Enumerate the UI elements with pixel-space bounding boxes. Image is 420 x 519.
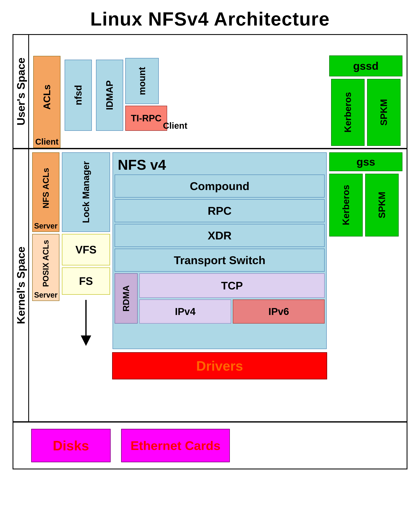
tcp-label: TCP: [221, 279, 243, 292]
kernel-section: Kernel's Space NFS ACLs Server: [13, 148, 407, 421]
gssd-label: gssd: [353, 60, 378, 72]
kernels-space-label: Kernel's Space: [14, 246, 28, 324]
client-label-2: Client: [163, 121, 188, 131]
server-label-1: Server: [34, 222, 58, 230]
rpc-label: RPC: [208, 204, 232, 217]
spkm-kernel-label: SPKM: [377, 192, 387, 218]
lock-manager-label: Lock Manager: [81, 161, 91, 223]
xdr-label: XDR: [208, 229, 232, 242]
svg-marker-1: [81, 336, 91, 346]
nfsd-label: nfsd: [73, 85, 84, 105]
gssd-box: gssd: [329, 55, 402, 76]
tirpc-label: TI-RPC: [131, 113, 162, 123]
idmap-label: IDMAP: [104, 80, 115, 110]
transport-switch-label: Transport Switch: [174, 254, 265, 267]
acls-label: ACLs: [41, 58, 52, 136]
kerberos-kernel-box: Kerberos: [329, 174, 363, 237]
down-arrow-icon: [80, 300, 92, 346]
ethernet-cards-box: Ethernet Cards: [121, 429, 230, 462]
drivers-box: Drivers: [112, 352, 327, 379]
ipv6-box: IPv6: [233, 299, 325, 324]
page-title: Linux NFSv4 Architecture: [0, 0, 420, 34]
vfs-label: VFS: [75, 243, 97, 256]
lock-manager-box: Lock Manager: [62, 152, 110, 232]
vfs-box: VFS: [62, 234, 110, 265]
client-label-1: Client: [35, 137, 58, 146]
disks-box: Disks: [31, 429, 111, 462]
spkm-kernel-box: SPKM: [365, 174, 399, 237]
users-space-label: User's Space: [14, 58, 28, 126]
nfsv4-outer-box: NFS v4 Compound RPC XDR: [112, 152, 327, 349]
hardware-section: Disks Ethernet Cards: [13, 422, 407, 469]
compound-box: Compound: [115, 175, 325, 198]
ipv4-label: IPv4: [175, 306, 195, 317]
server-label-2: Server: [34, 291, 58, 299]
nfsd-box: nfsd: [65, 60, 92, 131]
acls-client-box: ACLs Client: [33, 56, 60, 148]
posix-acls-box: POSIX ACLs Server: [32, 234, 60, 301]
arrow-container: [62, 297, 110, 349]
nfsv4-header: NFS v4: [115, 154, 325, 173]
ipv6-label: IPv6: [268, 306, 289, 317]
kerberos-user-box: Kerberos: [331, 79, 365, 146]
rdma-label: RDMA: [121, 285, 131, 312]
kerberos-kernel-label: Kerberos: [341, 185, 351, 225]
posix-acls-label: POSIX ACLs: [41, 236, 50, 291]
mount-box: mount: [125, 58, 159, 104]
xdr-box: XDR: [115, 224, 325, 247]
fs-box: FS: [62, 267, 110, 295]
nfs-acls-box: NFS ACLs Server: [32, 152, 60, 232]
compound-label: Compound: [190, 180, 249, 192]
transport-switch-box: Transport Switch: [115, 249, 325, 272]
spkm-user-box: SPKM: [367, 79, 401, 146]
drivers-label: Drivers: [196, 358, 243, 374]
tcp-box: TCP: [139, 273, 325, 298]
nfs-acls-label: NFS ACLs: [41, 154, 51, 222]
spkm-user-label: SPKM: [379, 99, 389, 126]
tirpc-box: TI-RPC: [125, 106, 167, 131]
rpc-box: RPC: [115, 199, 325, 222]
fs-label: FS: [79, 275, 93, 287]
rdma-box: RDMA: [115, 273, 138, 324]
gss-box: gss: [329, 152, 402, 171]
kerberos-user-label: Kerberos: [343, 92, 353, 132]
ipv4-box: IPv4: [139, 299, 231, 324]
disks-label: Disks: [53, 438, 89, 453]
idmap-box: IDMAP: [96, 60, 123, 131]
mount-label: mount: [137, 67, 147, 95]
ethernet-cards-label: Ethernet Cards: [130, 438, 220, 453]
gss-label: gss: [356, 155, 375, 168]
